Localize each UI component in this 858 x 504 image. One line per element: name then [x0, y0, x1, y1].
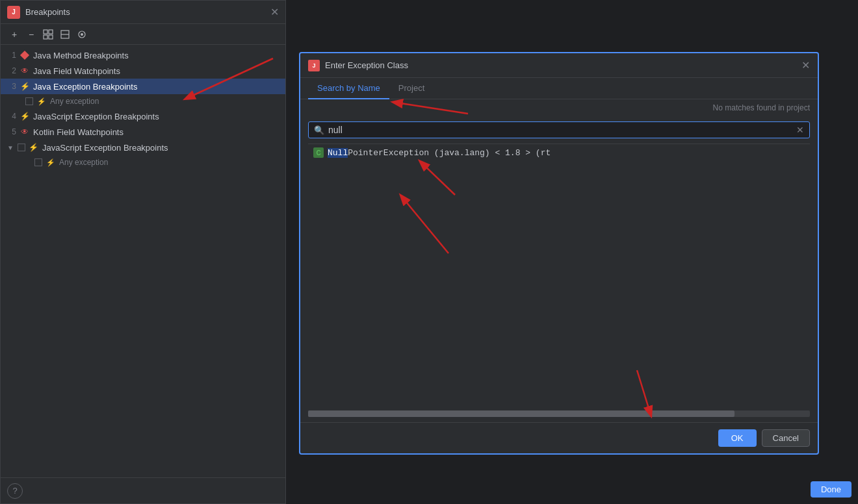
lightning-icon: ⚡ [46, 158, 55, 167]
item-label: Java Field Watchpoints [33, 66, 120, 76]
result-item[interactable]: C NullPointerException (java.lang) < 1.8… [308, 144, 810, 161]
group-label: JavaScript Exception Breakpoints [42, 143, 168, 153]
app-logo: J [7, 6, 20, 19]
title-bar: J Breakpoints ✕ [1, 1, 285, 24]
sub-item: ⚡ Any exception [1, 94, 285, 108]
scroll-area[interactable] [308, 410, 810, 417]
add-button[interactable]: + [7, 27, 21, 42]
close-button[interactable]: ✕ [270, 6, 279, 18]
svg-point-7 [81, 33, 83, 36]
list-item[interactable]: 1 Java Method Breakpoints [1, 47, 285, 63]
item-number: 2 [7, 66, 16, 75]
svg-rect-2 [44, 35, 47, 39]
group-button[interactable] [41, 27, 55, 42]
empty-space [300, 275, 818, 405]
ok-button[interactable]: OK [718, 429, 757, 447]
result-text: NullPointerException (java.lang) < 1.8 >… [328, 148, 551, 158]
search-container: 🔍 ✕ [300, 116, 818, 144]
tab-project[interactable]: Project [389, 78, 434, 99]
search-icon: 🔍 [314, 125, 324, 135]
breakpoints-list: 1 Java Method Breakpoints 2 👁 Java Field… [1, 45, 285, 477]
svg-rect-1 [49, 30, 53, 34]
item-label: Java Method Breakpoints [33, 51, 129, 60]
bottom-bar: ? [1, 477, 285, 503]
expand-button[interactable] [58, 27, 72, 42]
lightning-icon: ⚡ [20, 82, 29, 91]
dialog-title-bar: J Enter Exception Class ✕ [300, 53, 818, 78]
breakpoints-window: J Breakpoints ✕ + − 1 Java Method Breakp… [0, 0, 286, 504]
list-item[interactable]: 2 👁 Java Field Watchpoints [1, 63, 285, 79]
done-button[interactable]: Done [811, 481, 852, 498]
eye-icon: 👁 [20, 127, 29, 136]
highlighted-text: Null [328, 148, 348, 158]
checkbox[interactable] [25, 97, 33, 105]
checkbox[interactable] [34, 158, 42, 166]
item-number: 4 [7, 112, 16, 121]
svg-rect-0 [44, 30, 47, 34]
lightning-icon: ⚡ [29, 143, 38, 152]
enter-exception-dialog: J Enter Exception Class ✕ Search by Name… [299, 52, 819, 455]
eye-icon: 👁 [20, 66, 29, 75]
sub-item: ⚡ Any exception [1, 155, 285, 170]
class-icon: C [313, 147, 324, 158]
dialog-close-button[interactable]: ✕ [801, 59, 810, 71]
svg-rect-3 [49, 35, 53, 39]
dialog-buttons: OK Cancel [300, 422, 818, 453]
cancel-button[interactable]: Cancel [762, 429, 810, 447]
search-input[interactable] [328, 125, 796, 135]
group-row[interactable]: ▼ ⚡ JavaScript Exception Breakpoints [1, 140, 285, 155]
item-number: 5 [7, 127, 16, 136]
no-matches-text: No matches found in project [300, 99, 818, 116]
list-item[interactable]: 4 ⚡ JavaScript Exception Breakpoints [1, 108, 285, 124]
list-item[interactable]: 5 👁 Kotlin Field Watchpoints [1, 124, 285, 140]
lightning-icon: ⚡ [37, 97, 46, 106]
sub-item-label: Any exception [59, 158, 108, 167]
remove-button[interactable]: − [24, 27, 38, 42]
item-number: 3 [7, 82, 16, 91]
pin-button[interactable] [75, 27, 89, 42]
item-label: JavaScript Exception Breakpoints [33, 112, 159, 121]
item-label: Kotlin Field Watchpoints [33, 127, 124, 137]
help-button[interactable]: ? [7, 483, 23, 499]
scroll-track [308, 410, 734, 417]
chevron-icon: ▼ [7, 144, 14, 151]
diamond-icon [20, 51, 29, 60]
clear-search-button[interactable]: ✕ [796, 125, 804, 135]
toolbar: + − [1, 24, 285, 45]
checkbox[interactable] [18, 144, 25, 151]
list-item[interactable]: 3 ⚡ Java Exception Breakpoints [1, 79, 285, 94]
window-title: Breakpoints [25, 7, 270, 17]
sub-item-label: Any exception [50, 97, 99, 106]
lightning-icon: ⚡ [20, 112, 29, 121]
search-input-wrapper: 🔍 ✕ [308, 121, 810, 138]
dialog-title: Enter Exception Class [325, 60, 801, 70]
results-list: C NullPointerException (java.lang) < 1.8… [308, 144, 810, 275]
item-number: 1 [7, 51, 16, 60]
dialog-tabs: Search by Name Project [300, 78, 818, 99]
tab-search-by-name[interactable]: Search by Name [308, 78, 389, 99]
item-label: Java Exception Breakpoints [33, 82, 137, 92]
dialog-logo: J [308, 60, 320, 71]
